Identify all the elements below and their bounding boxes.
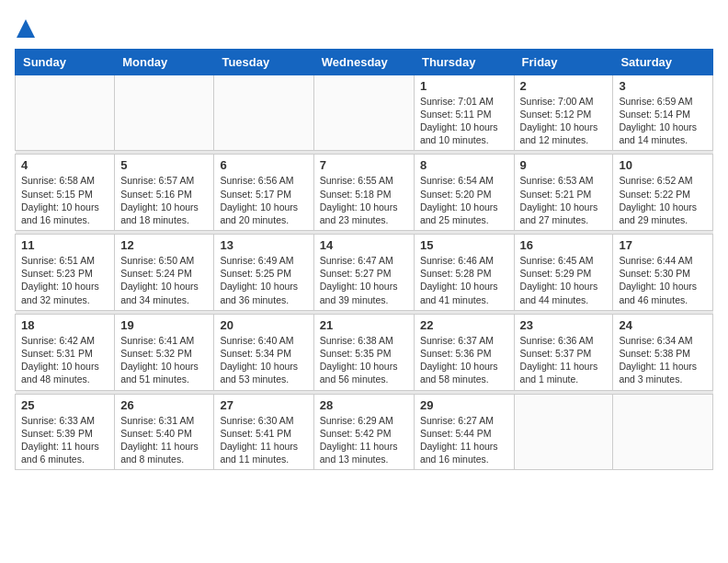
calendar-cell: 8Sunrise: 6:54 AM Sunset: 5:20 PM Daylig…	[414, 155, 514, 231]
calendar-week-1: 1Sunrise: 7:01 AM Sunset: 5:11 PM Daylig…	[16, 75, 713, 151]
cell-info-text: Sunrise: 6:38 AM Sunset: 5:35 PM Dayligh…	[320, 334, 408, 386]
calendar-cell: 13Sunrise: 6:49 AM Sunset: 5:25 PM Dayli…	[214, 235, 313, 311]
day-header-wednesday: Wednesday	[313, 49, 414, 75]
calendar-cell: 4Sunrise: 6:58 AM Sunset: 5:15 PM Daylig…	[16, 155, 115, 231]
cell-day-number: 21	[320, 318, 408, 332]
cell-info-text: Sunrise: 6:29 AM Sunset: 5:42 PM Dayligh…	[320, 414, 408, 466]
calendar-cell	[115, 75, 214, 151]
calendar-header-row: SundayMondayTuesdayWednesdayThursdayFrid…	[16, 49, 713, 75]
calendar-table: SundayMondayTuesdayWednesdayThursdayFrid…	[15, 49, 713, 470]
cell-info-text: Sunrise: 7:01 AM Sunset: 5:11 PM Dayligh…	[420, 95, 508, 147]
cell-info-text: Sunrise: 7:00 AM Sunset: 5:12 PM Dayligh…	[520, 95, 608, 147]
cell-day-number: 26	[120, 398, 208, 412]
day-header-saturday: Saturday	[613, 49, 713, 75]
calendar-cell: 16Sunrise: 6:45 AM Sunset: 5:29 PM Dayli…	[514, 235, 613, 311]
logo-icon	[17, 19, 35, 38]
cell-day-number: 9	[520, 158, 608, 172]
cell-day-number: 16	[520, 238, 608, 252]
calendar-cell: 18Sunrise: 6:42 AM Sunset: 5:31 PM Dayli…	[16, 314, 115, 390]
cell-day-number: 23	[520, 318, 608, 332]
calendar-cell: 20Sunrise: 6:40 AM Sunset: 5:34 PM Dayli…	[214, 314, 313, 390]
calendar-cell: 26Sunrise: 6:31 AM Sunset: 5:40 PM Dayli…	[115, 394, 214, 470]
cell-day-number: 20	[220, 318, 307, 332]
cell-info-text: Sunrise: 6:41 AM Sunset: 5:32 PM Dayligh…	[120, 334, 208, 386]
cell-day-number: 17	[619, 238, 707, 252]
calendar-cell: 11Sunrise: 6:51 AM Sunset: 5:23 PM Dayli…	[16, 235, 115, 311]
day-header-sunday: Sunday	[16, 49, 115, 75]
cell-info-text: Sunrise: 6:49 AM Sunset: 5:25 PM Dayligh…	[220, 254, 307, 306]
cell-day-number: 4	[21, 158, 108, 172]
cell-day-number: 28	[320, 398, 408, 412]
calendar-week-5: 25Sunrise: 6:33 AM Sunset: 5:39 PM Dayli…	[16, 394, 713, 470]
cell-info-text: Sunrise: 6:51 AM Sunset: 5:23 PM Dayligh…	[21, 254, 108, 306]
cell-day-number: 3	[619, 79, 707, 93]
calendar-cell: 9Sunrise: 6:53 AM Sunset: 5:21 PM Daylig…	[514, 155, 613, 231]
cell-day-number: 13	[220, 238, 307, 252]
svg-marker-0	[17, 19, 35, 38]
day-header-monday: Monday	[115, 49, 214, 75]
calendar-cell: 5Sunrise: 6:57 AM Sunset: 5:16 PM Daylig…	[115, 155, 214, 231]
cell-day-number: 11	[21, 238, 108, 252]
calendar-cell: 10Sunrise: 6:52 AM Sunset: 5:22 PM Dayli…	[613, 155, 713, 231]
cell-info-text: Sunrise: 6:58 AM Sunset: 5:15 PM Dayligh…	[21, 174, 108, 226]
cell-day-number: 19	[120, 318, 208, 332]
calendar-cell: 1Sunrise: 7:01 AM Sunset: 5:11 PM Daylig…	[414, 75, 514, 151]
calendar-week-2: 4Sunrise: 6:58 AM Sunset: 5:15 PM Daylig…	[16, 155, 713, 231]
cell-info-text: Sunrise: 6:56 AM Sunset: 5:17 PM Dayligh…	[220, 174, 307, 226]
calendar-cell: 24Sunrise: 6:34 AM Sunset: 5:38 PM Dayli…	[613, 314, 713, 390]
cell-info-text: Sunrise: 6:36 AM Sunset: 5:37 PM Dayligh…	[520, 334, 608, 386]
calendar-cell	[214, 75, 313, 151]
cell-info-text: Sunrise: 6:33 AM Sunset: 5:39 PM Dayligh…	[21, 414, 108, 466]
calendar-cell: 19Sunrise: 6:41 AM Sunset: 5:32 PM Dayli…	[115, 314, 214, 390]
day-header-tuesday: Tuesday	[214, 49, 313, 75]
cell-info-text: Sunrise: 6:53 AM Sunset: 5:21 PM Dayligh…	[520, 174, 608, 226]
cell-day-number: 22	[420, 318, 508, 332]
calendar-cell: 14Sunrise: 6:47 AM Sunset: 5:27 PM Dayli…	[313, 235, 414, 311]
calendar-cell: 7Sunrise: 6:55 AM Sunset: 5:18 PM Daylig…	[313, 155, 414, 231]
cell-day-number: 2	[520, 79, 608, 93]
cell-day-number: 1	[420, 79, 508, 93]
calendar-cell	[613, 394, 713, 470]
cell-info-text: Sunrise: 6:40 AM Sunset: 5:34 PM Dayligh…	[220, 334, 307, 386]
cell-info-text: Sunrise: 6:54 AM Sunset: 5:20 PM Dayligh…	[420, 174, 508, 226]
cell-info-text: Sunrise: 6:52 AM Sunset: 5:22 PM Dayligh…	[619, 174, 707, 226]
cell-day-number: 10	[619, 158, 707, 172]
cell-day-number: 27	[220, 398, 307, 412]
cell-day-number: 12	[120, 238, 208, 252]
calendar-cell: 2Sunrise: 7:00 AM Sunset: 5:12 PM Daylig…	[514, 75, 613, 151]
cell-info-text: Sunrise: 6:47 AM Sunset: 5:27 PM Dayligh…	[320, 254, 408, 306]
calendar-cell	[16, 75, 115, 151]
calendar-cell: 15Sunrise: 6:46 AM Sunset: 5:28 PM Dayli…	[414, 235, 514, 311]
cell-day-number: 25	[21, 398, 108, 412]
cell-day-number: 24	[619, 318, 707, 332]
cell-info-text: Sunrise: 6:59 AM Sunset: 5:14 PM Dayligh…	[619, 95, 707, 147]
calendar-cell: 28Sunrise: 6:29 AM Sunset: 5:42 PM Dayli…	[313, 394, 414, 470]
cell-day-number: 29	[420, 398, 508, 412]
cell-info-text: Sunrise: 6:57 AM Sunset: 5:16 PM Dayligh…	[120, 174, 208, 226]
cell-day-number: 15	[420, 238, 508, 252]
cell-day-number: 14	[320, 238, 408, 252]
cell-info-text: Sunrise: 6:31 AM Sunset: 5:40 PM Dayligh…	[120, 414, 208, 466]
cell-day-number: 8	[420, 158, 508, 172]
cell-day-number: 7	[320, 158, 408, 172]
cell-info-text: Sunrise: 6:42 AM Sunset: 5:31 PM Dayligh…	[21, 334, 108, 386]
cell-info-text: Sunrise: 6:45 AM Sunset: 5:29 PM Dayligh…	[520, 254, 608, 306]
calendar-cell: 12Sunrise: 6:50 AM Sunset: 5:24 PM Dayli…	[115, 235, 214, 311]
calendar-cell: 22Sunrise: 6:37 AM Sunset: 5:36 PM Dayli…	[414, 314, 514, 390]
calendar-cell	[514, 394, 613, 470]
cell-info-text: Sunrise: 6:46 AM Sunset: 5:28 PM Dayligh…	[420, 254, 508, 306]
cell-info-text: Sunrise: 6:37 AM Sunset: 5:36 PM Dayligh…	[420, 334, 508, 386]
cell-info-text: Sunrise: 6:50 AM Sunset: 5:24 PM Dayligh…	[120, 254, 208, 306]
calendar-cell: 29Sunrise: 6:27 AM Sunset: 5:44 PM Dayli…	[414, 394, 514, 470]
calendar-week-4: 18Sunrise: 6:42 AM Sunset: 5:31 PM Dayli…	[16, 314, 713, 390]
day-header-friday: Friday	[514, 49, 613, 75]
calendar-cell: 21Sunrise: 6:38 AM Sunset: 5:35 PM Dayli…	[313, 314, 414, 390]
calendar-cell: 17Sunrise: 6:44 AM Sunset: 5:30 PM Dayli…	[613, 235, 713, 311]
cell-info-text: Sunrise: 6:27 AM Sunset: 5:44 PM Dayligh…	[420, 414, 508, 466]
cell-day-number: 6	[220, 158, 307, 172]
cell-info-text: Sunrise: 6:30 AM Sunset: 5:41 PM Dayligh…	[220, 414, 307, 466]
calendar-cell	[313, 75, 414, 151]
calendar-cell: 27Sunrise: 6:30 AM Sunset: 5:41 PM Dayli…	[214, 394, 313, 470]
calendar-week-3: 11Sunrise: 6:51 AM Sunset: 5:23 PM Dayli…	[16, 235, 713, 311]
cell-day-number: 18	[21, 318, 108, 332]
